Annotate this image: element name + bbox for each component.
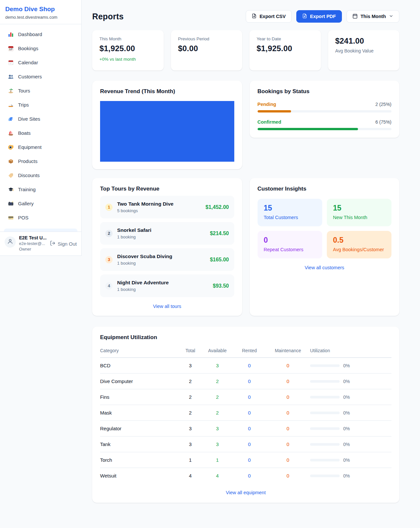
column-header-rented: Rented [233, 348, 266, 353]
utilization-cell: 0% [310, 379, 391, 384]
available-cell: 4 [202, 473, 233, 478]
stat-card-this-month: This Month$1,925.00+0% vs last month [92, 30, 164, 71]
sidebar-item-label: Training [18, 187, 36, 192]
tour-item-discover-scuba-diving[interactable]: 3Discover Scuba Diving1 booking$165.00 [100, 248, 234, 271]
maintenance-cell: 0 [266, 410, 310, 416]
tour-item-night-dive-adventure[interactable]: 4Night Dive Adventure1 booking$93.50 [100, 274, 234, 297]
view-all-equipment-link[interactable]: View all equipment [100, 490, 391, 495]
utilization-percent: 0% [343, 473, 350, 478]
maintenance-cell: 0 [266, 457, 310, 463]
column-header-available: Available [202, 348, 233, 353]
sidebar-item-products[interactable]: Products [4, 155, 77, 167]
tour-item-snorkel-safari[interactable]: 2Snorkel Safari1 booking$214.50 [100, 222, 234, 245]
sidebar-item-trips[interactable]: Trips [4, 99, 77, 111]
total-cell: 4 [179, 473, 202, 478]
charts-row: Revenue Trend (This Month) Bookings by S… [92, 81, 399, 169]
utilization-percent: 0% [343, 395, 350, 400]
rented-cell: 0 [233, 441, 266, 447]
top-tours-title: Top Tours by Revenue [100, 186, 234, 192]
view-all-tours-link[interactable]: View all tours [100, 304, 234, 309]
dive-mask-icon [8, 144, 14, 150]
sign-out-button[interactable]: Sign Out [50, 240, 77, 247]
utilization-percent: 0% [343, 379, 350, 384]
brand-name[interactable]: Demo Dive Shop [5, 6, 76, 13]
utilization-percent: 0% [343, 410, 350, 416]
period-select[interactable]: This Month [346, 10, 399, 23]
sidebar-item-gallery[interactable]: Gallery [4, 197, 77, 210]
bookings-status-card: Bookings by Status Pending2 (25%)Confirm… [250, 81, 400, 138]
chevron-down-icon [389, 14, 393, 19]
available-cell: 2 [202, 378, 233, 384]
svg-text:17: 17 [9, 48, 12, 51]
sidebar-item-label: POS [18, 215, 29, 220]
total-cell: 3 [179, 426, 202, 431]
sidebar-item-customers[interactable]: Customers [4, 71, 77, 83]
category-cell: Regulator [100, 426, 179, 431]
sidebar-item-calendar[interactable]: Calendar [4, 56, 77, 69]
equipment-row-dive-computer: Dive Computer22000% [100, 374, 391, 389]
user-footer: E2E Test U... e2e-tester@... Owner Sign … [0, 232, 81, 255]
tour-name: Night Dive Adventure [117, 280, 169, 286]
tour-item-two-tank-morning-dive[interactable]: 1Two Tank Morning Dive5 bookings$1,452.0… [100, 196, 234, 218]
category-cell: Dive Computer [100, 378, 179, 384]
available-cell: 3 [202, 441, 233, 447]
tour-bookings: 1 booking [117, 234, 151, 239]
customer-insights-card: Customer Insights 15Total Customers15New… [250, 178, 400, 316]
utilization-bar [310, 475, 340, 477]
stat-card-year-to-date: Year to Date$1,925.00 [249, 30, 321, 71]
rank-badge: 1 [105, 204, 113, 211]
status-progress-fill [258, 110, 291, 112]
equipment-row-mask: Mask22000% [100, 405, 391, 421]
available-cell: 2 [202, 410, 233, 416]
equipment-title: Equipment Utilization [100, 334, 391, 341]
tour-name: Snorkel Safari [117, 227, 151, 233]
sidebar-item-boats[interactable]: Boats [4, 127, 77, 139]
utilization-cell: 0% [310, 363, 391, 368]
sidebar-item-training[interactable]: Training [4, 183, 77, 195]
rented-cell: 0 [233, 410, 266, 416]
sidebar-item-tours[interactable]: Tours [4, 85, 77, 97]
stat-label: Previous Period [178, 36, 235, 41]
file-down-icon [302, 13, 307, 19]
insight-value: 0.5 [333, 236, 385, 245]
total-cell: 2 [179, 410, 202, 416]
sidebar-item-pos[interactable]: POS [4, 212, 77, 224]
rank-badge: 2 [105, 230, 113, 237]
export-csv-button[interactable]: Export CSV [246, 10, 292, 23]
export-pdf-button[interactable]: Export PDF [296, 10, 342, 23]
page-header: Reports Export CSV Export PDF This Month [92, 10, 399, 23]
stat-label: Avg Booking Value [335, 48, 392, 53]
sidebar-item-bookings[interactable]: 17Bookings [4, 42, 77, 54]
export-csv-label: Export CSV [260, 14, 286, 19]
total-cell: 2 [179, 378, 202, 384]
tour-info: Two Tank Morning Dive5 bookings [117, 201, 174, 213]
sidebar-item-equipment[interactable]: Equipment [4, 141, 77, 153]
rank-badge: 4 [105, 282, 113, 290]
tour-bookings: 1 booking [117, 287, 169, 292]
tour-info: Night Dive Adventure1 booking [117, 280, 169, 292]
insight-card-total-customers: 15Total Customers [258, 199, 322, 226]
speedboat-icon [8, 102, 14, 108]
stats-row: This Month$1,925.00+0% vs last monthPrev… [92, 30, 399, 71]
maintenance-cell: 0 [266, 378, 310, 384]
stat-card-previous-period: Previous Period$0.00 [171, 30, 242, 71]
tour-list: 1Two Tank Morning Dive5 bookings$1,452.0… [100, 196, 234, 297]
sidebar-item-reports-active-partial[interactable] [4, 229, 77, 232]
file-down-icon [252, 13, 257, 19]
sidebar-item-discounts[interactable]: Discounts [4, 169, 77, 181]
insight-card-avg-bookings-customer: 0.5Avg Bookings/Customer [327, 231, 391, 258]
sidebar-item-label: Calendar [18, 60, 38, 65]
sidebar-item-dive-sites[interactable]: Dive Sites [4, 113, 77, 125]
status-count: 6 (75%) [375, 119, 391, 125]
sidebar-item-dashboard[interactable]: Dashboard [4, 28, 77, 40]
category-cell: Wetsuit [100, 473, 179, 478]
sidebar-nav: Dashboard17BookingsCalendarCustomersTour… [0, 24, 81, 229]
view-all-customers-link[interactable]: View all customers [258, 265, 392, 270]
insight-grid: 15Total Customers15New This Month0Repeat… [258, 199, 392, 258]
page-title: Reports [92, 12, 124, 21]
app-root: Demo Dive Shop demo.test.divestreams.com… [0, 0, 420, 503]
utilization-bar [310, 459, 340, 461]
sailboat-icon [8, 130, 14, 136]
rented-cell: 0 [233, 394, 266, 400]
island-icon [8, 88, 14, 94]
